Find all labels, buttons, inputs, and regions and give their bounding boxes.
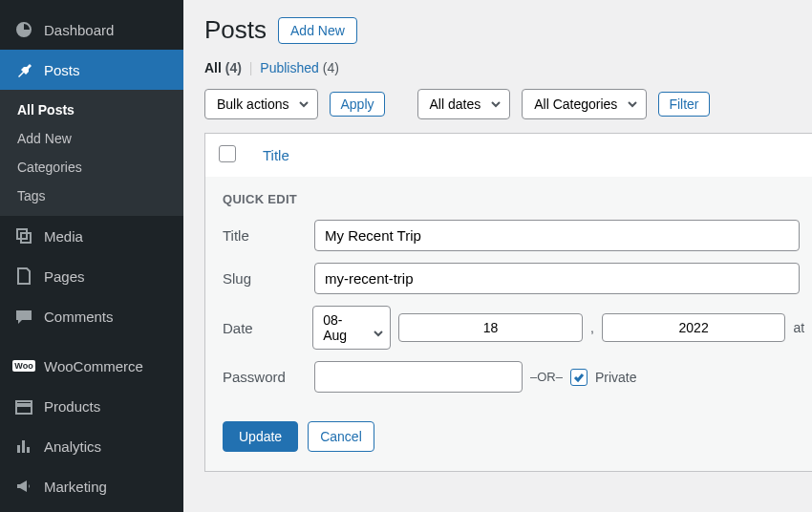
products-icon (13, 395, 34, 416)
chevron-down-icon (490, 98, 502, 110)
main-content: Posts Add New All (4) | Published (4) Bu… (183, 0, 812, 512)
sidebar-label: Posts (44, 62, 80, 78)
sidebar-label: Dashboard (44, 22, 114, 38)
slug-label: Slug (223, 270, 314, 287)
apply-button[interactable]: Apply (330, 92, 384, 117)
password-label: Password (223, 369, 314, 385)
submenu-tags[interactable]: Tags (0, 181, 183, 210)
sidebar-item-comments[interactable]: Comments (0, 296, 183, 336)
add-new-button[interactable]: Add New (278, 17, 357, 44)
sidebar-item-woocommerce[interactable]: Woo WooCommerce (0, 346, 183, 386)
media-icon (13, 225, 34, 246)
chevron-down-icon (627, 98, 638, 110)
sidebar-label: WooCommerce (44, 358, 143, 374)
sidebar-item-dashboard[interactable]: Dashboard (0, 10, 183, 50)
quick-edit-panel: QUICK EDIT Title Slug Date 08-Aug (205, 177, 812, 471)
or-text: –OR– (530, 370, 563, 384)
categories-select[interactable]: All Categories (522, 89, 647, 119)
cancel-button[interactable]: Cancel (308, 421, 374, 452)
year-input[interactable] (602, 313, 786, 342)
sidebar-label: Products (44, 398, 100, 415)
filter-button[interactable]: Filter (658, 92, 709, 117)
date-label: Date (223, 320, 312, 336)
password-input[interactable] (314, 361, 523, 393)
analytics-icon (13, 436, 34, 457)
private-checkbox[interactable] (570, 369, 588, 386)
posts-table: Title Author QUICK EDIT Title Slug (204, 133, 812, 472)
title-label: Title (223, 227, 314, 244)
page-header: Posts Add New (204, 15, 791, 45)
chevron-down-icon (298, 98, 310, 110)
sidebar-item-analytics[interactable]: Analytics (0, 426, 183, 466)
select-all-checkbox[interactable] (219, 145, 236, 162)
chevron-down-icon (373, 328, 384, 339)
pin-icon (13, 59, 34, 80)
sidebar-item-marketing[interactable]: Marketing (0, 466, 183, 506)
page-title: Posts (204, 15, 267, 45)
sidebar-label: Comments (44, 309, 114, 325)
sidebar-item-media[interactable]: Media (0, 216, 183, 256)
quick-edit-legend: QUICK EDIT (223, 192, 812, 206)
submenu-categories[interactable]: Categories (0, 153, 183, 181)
sidebar-item-posts[interactable]: Posts (0, 50, 183, 90)
sidebar-label: Pages (44, 268, 85, 285)
comments-icon (13, 306, 34, 327)
woocommerce-icon: Woo (13, 355, 34, 376)
title-input[interactable] (314, 220, 800, 251)
at-text: at (793, 320, 804, 335)
dates-select[interactable]: All dates (417, 89, 511, 119)
sidebar-item-pages[interactable]: Pages (0, 256, 183, 296)
month-select[interactable]: 08-Aug (312, 306, 391, 350)
dashboard-icon (13, 19, 34, 40)
sidebar-label: Media (44, 228, 83, 245)
update-button[interactable]: Update (223, 421, 298, 452)
posts-submenu: All Posts Add New Categories Tags (0, 90, 183, 216)
day-input[interactable] (398, 313, 583, 342)
status-filters: All (4) | Published (4) (204, 60, 791, 75)
sidebar-label: Marketing (44, 479, 107, 495)
pages-icon (13, 266, 34, 287)
admin-sidebar: Dashboard Posts All Posts Add New Catego… (0, 0, 183, 512)
submenu-add-new[interactable]: Add New (0, 124, 183, 153)
sidebar-item-products[interactable]: Products (0, 386, 183, 426)
megaphone-icon (13, 476, 34, 497)
column-author[interactable]: Author (670, 134, 812, 178)
column-title[interactable]: Title (249, 134, 670, 178)
bulk-actions-select[interactable]: Bulk actions (204, 89, 318, 119)
sidebar-label: Analytics (44, 438, 101, 455)
submenu-all-posts[interactable]: All Posts (0, 96, 183, 124)
slug-input[interactable] (314, 263, 800, 294)
private-label: Private (595, 370, 637, 385)
tablenav-top: Bulk actions Apply All dates All Categor… (204, 89, 791, 119)
filter-all[interactable]: All (4) (204, 60, 242, 75)
filter-published[interactable]: Published (4) (260, 60, 339, 75)
